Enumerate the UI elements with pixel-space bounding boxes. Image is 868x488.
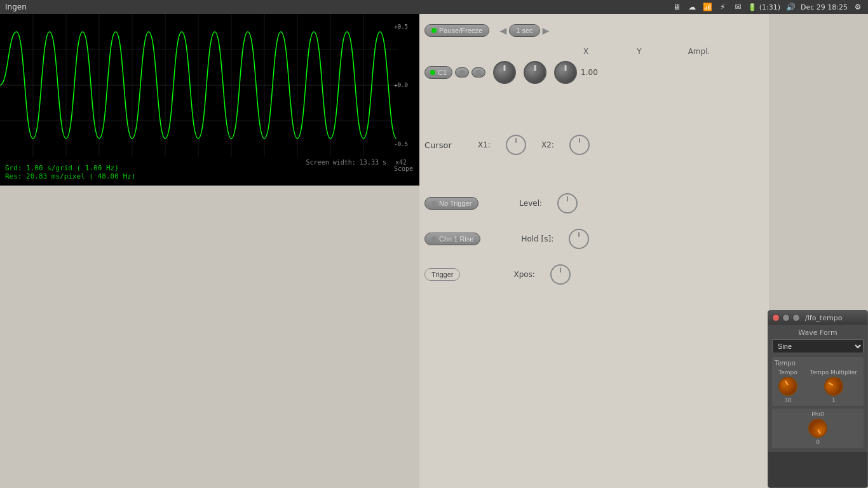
channel-controls-row: C1 1.00 — [424, 61, 764, 84]
tempo-section-label: Tempo — [775, 360, 861, 367]
ampl-group: 1.00 — [554, 61, 598, 84]
channel-headers: X Y Ampl. — [424, 47, 764, 56]
waveform-select[interactable]: Sine Triangle Sawtooth Square — [772, 339, 864, 353]
pause-led — [431, 28, 437, 33]
topbar: Ingen 🖥 ☁ 📶 ⚡ ✉ 🔋 (1:31) 🔊 Dec 29 18:25 … — [0, 0, 868, 14]
tempo-value: 30 — [784, 397, 791, 403]
x1-label: X1: — [478, 140, 491, 149]
channel-c1-button[interactable]: C1 — [424, 66, 452, 79]
mail-icon: ✉ — [733, 2, 743, 12]
scope-waveform — [0, 14, 398, 157]
channel-mode-button1[interactable] — [455, 67, 469, 78]
lfo-phi-section: Phi0 0 — [772, 409, 864, 448]
cursor-row: Cursor X1: X2: — [424, 135, 764, 155]
trigger-led — [431, 201, 437, 206]
level-label: Level: — [519, 199, 542, 208]
lfo-titlebar: /lfo_tempo — [768, 311, 867, 325]
mode1-indicator — [459, 70, 465, 75]
col-y-header: Y — [620, 47, 658, 56]
trigger-button[interactable]: Trigger — [424, 268, 460, 281]
phi0-label: Phi0 — [811, 411, 824, 417]
bluetooth-icon: ⚡ — [717, 2, 728, 12]
hold-row: Chn 1 Rise Hold [s]: — [424, 229, 764, 249]
lfo-minimize-button[interactable] — [782, 314, 790, 322]
chn1-rise-button[interactable]: Chn 1 Rise — [424, 233, 480, 245]
phi-knobs-row: Phi0 0 — [775, 411, 861, 445]
cloud-icon: ☁ — [687, 2, 697, 12]
ampl-knob[interactable] — [554, 61, 577, 84]
scope-label: Scope — [394, 165, 413, 172]
lfo-tempo-section: Tempo Tempo 30 Tempo Multiplier 1 — [772, 357, 864, 406]
channel-toggle-group: C1 — [424, 66, 485, 79]
settings-icon: ⚙ — [853, 2, 863, 12]
grid-info-line2: Res: 20.83 ms/pixel ( 48.00 Hz) — [5, 172, 414, 180]
tempo-multiplier-container: Tempo Multiplier 1 — [810, 369, 857, 403]
lfo-title: /lfo_tempo — [805, 314, 842, 322]
no-trigger-button[interactable]: No Trigger — [424, 197, 478, 210]
lfo-close-button[interactable] — [772, 314, 780, 322]
lfo-body: Wave Form Sine Triangle Sawtooth Square … — [768, 325, 867, 452]
x1-knob[interactable] — [506, 135, 526, 155]
lfo-maximize-button[interactable] — [792, 314, 800, 322]
scope-panel: +0.5 +0.0 -0.5 Grd: 1.00 s/grid ( 1.00 H… — [0, 14, 419, 186]
mode2-indicator — [476, 70, 481, 75]
c1-led — [430, 70, 435, 75]
multiplier-value: 1 — [832, 397, 836, 403]
x2-label: X2: — [541, 140, 554, 149]
battery-status: 🔋 (1:31) — [748, 3, 780, 11]
tempo-knob-container: Tempo 30 — [778, 369, 797, 403]
waveform-label: Wave Form — [772, 329, 864, 337]
time-control: ◀ 1 sec ▶ — [499, 24, 549, 37]
time-right-arrow[interactable]: ▶ — [543, 25, 550, 36]
wifi-icon: 📶 — [702, 2, 712, 12]
topbar-right: 🖥 ☁ 📶 ⚡ ✉ 🔋 (1:31) 🔊 Dec 29 18:25 ⚙ — [672, 2, 863, 12]
volume-icon: 🔊 — [785, 2, 796, 12]
y-knob[interactable] — [524, 61, 546, 84]
channel-mode-button2[interactable] — [471, 67, 485, 78]
tempo-multiplier-label: Tempo Multiplier — [810, 369, 857, 376]
level-knob[interactable] — [557, 193, 578, 214]
scope-display: +0.5 +0.0 -0.5 — [0, 14, 409, 157]
hold-knob[interactable] — [569, 229, 589, 249]
tempo-knob[interactable] — [778, 377, 797, 396]
phi0-knob[interactable] — [808, 419, 827, 438]
ampl-value: 1.00 — [581, 68, 598, 77]
hold-label: Hold [s]: — [521, 234, 553, 243]
lfo-knobs-row: Tempo 30 Tempo Multiplier 1 — [775, 369, 861, 403]
main-area: +0.5 +0.0 -0.5 Grd: 1.00 s/grid ( 1.00 H… — [0, 14, 868, 488]
monitor-icon: 🖥 — [672, 2, 682, 12]
screen-width-label: Screen width: 13.33 s — [306, 159, 386, 166]
phi0-knob-container: Phi0 0 — [808, 411, 827, 445]
time-left-arrow[interactable]: ◀ — [499, 25, 506, 36]
xpos-row: Trigger Xpos: — [424, 264, 764, 285]
lfo-window: /lfo_tempo Wave Form Sine Triangle Sawto… — [768, 310, 868, 488]
xpos-label: Xpos: — [513, 270, 534, 279]
col-x-header: X — [567, 47, 605, 56]
phi0-value: 0 — [816, 439, 820, 445]
app-name: Ingen — [5, 3, 27, 11]
x-knob[interactable] — [493, 61, 516, 84]
trigger-row: No Trigger Level: — [424, 193, 764, 214]
clock: Dec 29 18:25 — [801, 3, 848, 11]
pause-freeze-button[interactable]: Pause/Freeze — [424, 24, 489, 37]
tempo-knob-label: Tempo — [778, 369, 797, 376]
controls-panel: Pause/Freeze ◀ 1 sec ▶ X Y Ampl. C — [419, 14, 769, 488]
xpos-knob[interactable] — [550, 264, 571, 285]
top-controls-row: Pause/Freeze ◀ 1 sec ▶ — [424, 24, 764, 37]
time-button[interactable]: 1 sec — [509, 24, 539, 37]
rise-led — [431, 236, 437, 241]
cursor-label: Cursor — [424, 140, 463, 150]
tempo-multiplier-knob[interactable] — [820, 374, 846, 400]
x2-knob[interactable] — [569, 135, 590, 155]
col-ampl-header: Ampl. — [674, 47, 724, 56]
